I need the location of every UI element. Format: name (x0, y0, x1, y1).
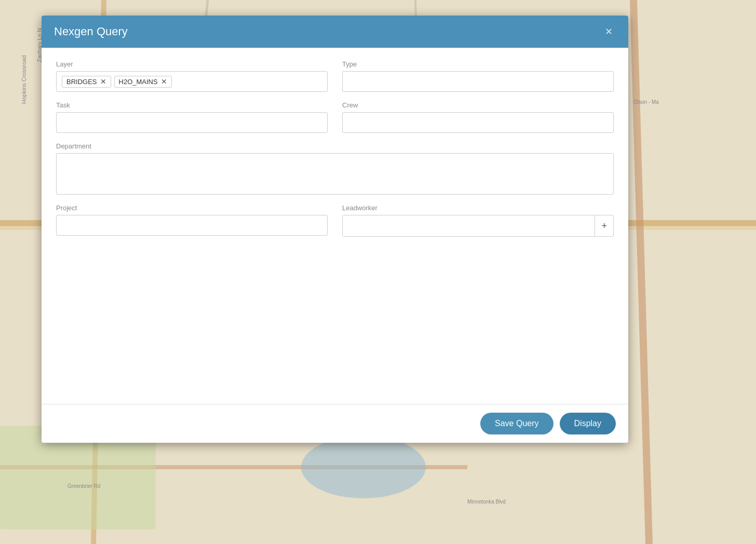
task-input[interactable] (56, 112, 328, 133)
form-group-leadworker: Leadworker + (342, 204, 614, 237)
layer-tags-input[interactable]: BRIDGES ✕ H2O_MAINS ✕ (56, 71, 328, 92)
form-row-layer-type: Layer BRIDGES ✕ H2O_MAINS ✕ Type (56, 60, 614, 92)
leadworker-input[interactable] (343, 215, 595, 236)
modal-close-button[interactable]: ✕ (602, 26, 616, 37)
form-group-crew: Crew (342, 101, 614, 133)
modal-title: Nexgen Query (54, 25, 128, 38)
form-group-layer: Layer BRIDGES ✕ H2O_MAINS ✕ (56, 60, 328, 92)
spacer-area (56, 246, 614, 391)
project-input[interactable] (56, 215, 328, 236)
leadworker-input-wrapper: + (342, 215, 614, 237)
svg-text:Hopkins Crossroad: Hopkins Crossroad (21, 55, 27, 104)
form-group-type: Type (342, 60, 614, 92)
crew-input[interactable] (342, 112, 614, 133)
svg-text:Olson - Ma: Olson - Ma (633, 99, 659, 105)
modal-footer: Save Query Display (42, 404, 628, 443)
department-input[interactable] (56, 153, 614, 195)
tag-bridges-remove[interactable]: ✕ (100, 78, 106, 85)
crew-label: Crew (342, 101, 614, 109)
form-group-project: Project (56, 204, 328, 237)
layer-tag-bridges: BRIDGES ✕ (62, 76, 111, 88)
tag-h2o-text: H2O_MAINS (119, 78, 158, 86)
form-row-task-crew: Task Crew (56, 101, 614, 133)
tag-bridges-text: BRIDGES (66, 78, 97, 86)
form-group-department: Department (56, 142, 614, 195)
form-group-task: Task (56, 101, 328, 133)
type-label: Type (342, 60, 614, 68)
department-label: Department (56, 142, 614, 150)
type-input[interactable] (342, 71, 614, 92)
svg-text:Minnetonka Blvd: Minnetonka Blvd (467, 499, 506, 505)
display-button[interactable]: Display (560, 413, 616, 434)
form-row-project-leadworker: Project Leadworker + (56, 204, 614, 237)
svg-point-10 (301, 436, 426, 498)
modal-body: Layer BRIDGES ✕ H2O_MAINS ✕ Type (42, 48, 628, 404)
save-query-button[interactable]: Save Query (480, 413, 553, 434)
leadworker-label: Leadworker (342, 204, 614, 212)
tag-h2o-remove[interactable]: ✕ (161, 78, 167, 85)
modal-dialog: Nexgen Query ✕ Layer BRIDGES ✕ H2O_MAINS… (42, 16, 628, 443)
leadworker-add-button[interactable]: + (595, 215, 613, 236)
task-label: Task (56, 101, 328, 109)
layer-tag-h2o-mains: H2O_MAINS ✕ (114, 76, 172, 88)
project-label: Project (56, 204, 328, 212)
modal-header: Nexgen Query ✕ (42, 16, 628, 48)
svg-text:Greenbrier Rd: Greenbrier Rd (68, 483, 100, 489)
form-row-department: Department (56, 142, 614, 195)
layer-label: Layer (56, 60, 328, 68)
